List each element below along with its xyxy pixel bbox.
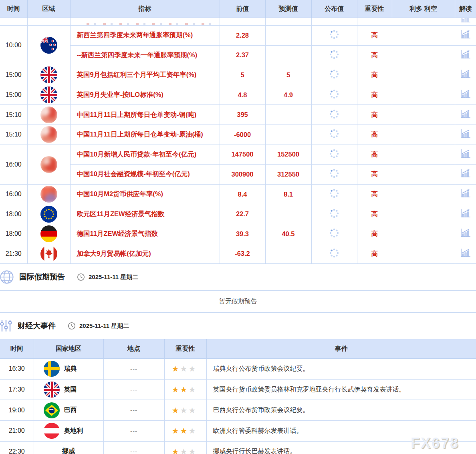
- importance-cell: 高: [357, 65, 392, 85]
- chart-analysis-icon[interactable]: [460, 233, 472, 239]
- indicator-cell-text[interactable]: 中国10月M2货币供应年率(%): [77, 190, 163, 197]
- loading-spinner-icon: [329, 193, 339, 200]
- events-table: 时间 国家地区 地点 重要性 事件 16:30瑞典---★★★瑞典央行公布货币政…: [0, 339, 476, 454]
- event-location-cell: ---: [103, 441, 164, 454]
- analysis-cell[interactable]: [455, 184, 476, 204]
- chart-analysis-icon[interactable]: [460, 74, 472, 80]
- chart-analysis-icon[interactable]: [460, 114, 472, 121]
- forecast-value-cell: [265, 26, 311, 46]
- indicator-cell-text[interactable]: 英国9月失业率-按ILO标准(%): [77, 91, 163, 98]
- analysis-cell[interactable]: [455, 224, 476, 244]
- previous-value-cell-text: 2.28: [236, 32, 249, 39]
- region-cell: [27, 184, 70, 204]
- analysis-cell[interactable]: [455, 125, 476, 145]
- chart-analysis-icon[interactable]: [460, 213, 472, 220]
- previous-value-cell: 2.37: [220, 45, 265, 65]
- indicator-cell[interactable]: 中国10月社会融资规模-年初至今(亿元): [70, 165, 220, 185]
- indicator-cell[interactable]: 中国10月M2货币供应年率(%): [70, 184, 220, 204]
- loading-spinner-icon: [329, 173, 339, 180]
- event-description-cell-text: 欧洲央行管委科赫尔发表讲话。: [213, 427, 303, 434]
- indicator-cell[interactable]: 中国11月11日上期所每日仓单变动-铜(吨): [70, 105, 220, 125]
- clock-icon: [68, 322, 76, 330]
- indicator-cell-text[interactable]: 欧元区11月ZEW经济景气指数: [77, 210, 165, 217]
- col-indicator: 指标: [70, 0, 220, 18]
- event-country-cell: 奥地利: [34, 420, 103, 441]
- analysis-cell[interactable]: [455, 26, 476, 46]
- loading-spinner-icon: [329, 54, 339, 61]
- published-value-cell: [311, 85, 357, 105]
- col-event-name: 事件: [206, 339, 476, 359]
- events-header-row: 时间 国家地区 地点 重要性 事件: [0, 339, 476, 359]
- time-cell-text: 15:10: [6, 131, 22, 138]
- forecast-value-cell: 4.9: [265, 85, 311, 105]
- event-location-cell-text: ---: [130, 428, 137, 434]
- event-time-cell: 21:00: [0, 420, 34, 441]
- indicator-cell[interactable]: 英国9月失业率-按ILO标准(%): [70, 85, 220, 105]
- chart-analysis-icon[interactable]: [460, 34, 472, 41]
- country-name: 挪威: [62, 447, 75, 454]
- event-description-cell-text: 挪威央行行长巴赫发表讲话。: [213, 448, 296, 454]
- indicator-cell[interactable]: 中国10月新增人民币贷款-年初至今(亿元): [70, 145, 220, 165]
- indicator-cell-text[interactable]: 新西兰第四季度未来两年通胀率预期(%): [77, 31, 193, 38]
- previous-value-cell-text: 8.4: [238, 191, 247, 198]
- analysis-cell[interactable]: [455, 65, 476, 85]
- analysis-cell[interactable]: [455, 204, 476, 224]
- region-cell: [27, 65, 70, 85]
- importance-cell-text: 高: [371, 31, 378, 38]
- chart-analysis-icon[interactable]: [460, 173, 472, 180]
- region-cell: [27, 26, 70, 65]
- clipped-indicator-cell: [70, 18, 220, 26]
- analysis-cell[interactable]: [455, 145, 476, 165]
- economic-calendar-page: 时间 区域 指标 前值 预测值 公布值 重要性 利多 利空 解读: [0, 0, 476, 454]
- bull-bear-cell: [392, 105, 455, 125]
- indicator-cell[interactable]: 加拿大9月贸易帐(亿加元): [70, 244, 220, 264]
- forecast-value-cell: [265, 125, 311, 145]
- analysis-cell[interactable]: [455, 45, 476, 65]
- indicator-cell-text[interactable]: 英国9月包括红利三个月平均工资年率(%): [77, 71, 197, 78]
- sliders-icon: [0, 319, 13, 333]
- indicator-cell-text[interactable]: 中国10月新增人民币贷款-年初至今(亿元): [77, 151, 197, 158]
- indicator-cell[interactable]: 新西兰第四季度未来两年通胀率预期(%): [70, 26, 220, 46]
- event-row: 16:30瑞典---★★★瑞典央行公布货币政策会议纪要。: [0, 359, 476, 380]
- indicator-cell[interactable]: 德国11月ZEW经济景气指数: [70, 224, 220, 244]
- col-bull-bear: 利多 利空: [392, 0, 455, 18]
- chart-analysis-icon[interactable]: [460, 54, 472, 61]
- indicator-cell[interactable]: 英国9月包括红利三个月平均工资年率(%): [70, 65, 220, 85]
- indicator-cell[interactable]: 中国11月11日上期所每日仓单变动-原油(桶): [70, 125, 220, 145]
- clipped-region-cell: [27, 18, 70, 26]
- published-value-cell: [311, 204, 357, 224]
- analysis-cell[interactable]: [455, 85, 476, 105]
- time-cell: 21:30: [0, 244, 27, 264]
- forecast-value-cell: [265, 105, 311, 125]
- indicator-cell-text[interactable]: 中国11月11日上期所每日仓单变动-原油(桶): [77, 131, 203, 138]
- clipped-row: [0, 18, 476, 26]
- chart-analysis-icon[interactable]: [460, 193, 472, 200]
- star-filled-icon: ★: [172, 385, 180, 394]
- star-filled-icon: ★: [172, 406, 180, 415]
- indicator-cell-text[interactable]: 中国11月11日上期所每日仓单变动-铜(吨): [77, 111, 197, 118]
- previous-value-cell: 395: [220, 105, 265, 125]
- importance-cell: 高: [357, 85, 392, 105]
- indicator-cell[interactable]: --新西兰第四季度未来一年通胀率预期(%): [70, 45, 220, 65]
- fx678-watermark: FX678: [411, 435, 459, 452]
- forecast-value-cell-text: 8.1: [284, 191, 293, 198]
- indicator-cell-text[interactable]: --新西兰第四季度未来一年通胀率预期(%): [77, 51, 198, 58]
- event-country-cell: 挪威: [34, 441, 103, 454]
- indicator-cell-text[interactable]: 中国10月社会融资规模-年初至今(亿元): [77, 170, 190, 177]
- chart-analysis-icon[interactable]: [460, 153, 472, 160]
- chart-analysis-icon[interactable]: [460, 94, 472, 100]
- star-empty-icon: ★: [188, 447, 197, 454]
- indicator-cell-text[interactable]: 加拿大9月贸易帐(亿加元): [77, 250, 151, 257]
- col-event-importance: 重要性: [164, 339, 206, 359]
- chart-analysis-icon[interactable]: [460, 133, 472, 140]
- chart-analysis-icon[interactable]: [460, 253, 472, 259]
- analysis-cell[interactable]: [455, 244, 476, 264]
- indicator-cell-text[interactable]: 德国11月ZEW经济景气指数: [77, 230, 158, 237]
- time-cell-text: 15:00: [6, 91, 22, 98]
- indicator-cell[interactable]: 欧元区11月ZEW经济景气指数: [70, 204, 220, 224]
- no-holiday-text: 暂无假期预告: [219, 297, 257, 306]
- analysis-cell[interactable]: [455, 105, 476, 125]
- econ-row: 16:00中国10月新增人民币贷款-年初至今(亿元)147500152500高: [0, 145, 476, 165]
- previous-value-cell-text: 39.3: [236, 230, 249, 237]
- analysis-cell[interactable]: [455, 165, 476, 185]
